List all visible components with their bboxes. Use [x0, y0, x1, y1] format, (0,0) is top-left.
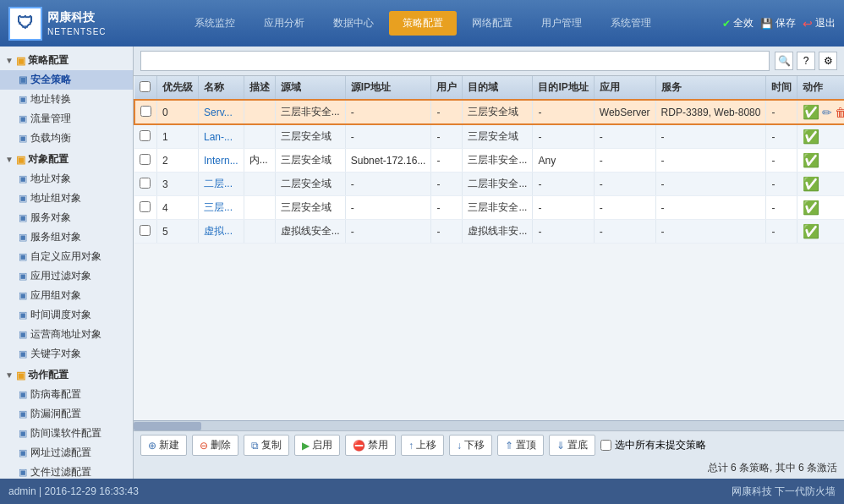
sidebar-item-label: 应用组对象 [30, 288, 81, 303]
item-icon: ▣ [19, 94, 27, 105]
bottom-toolbar: ⊕ 新建 ⊖ 删除 ⧉ 复制 ▶ 启用 ⛔ 禁用 ↑ 上移 [134, 430, 844, 479]
cell-service: - [655, 196, 766, 220]
sidebar-item-label: 时间调度对象 [30, 308, 91, 322]
row-checkbox[interactable] [140, 225, 151, 236]
sidebar-item-vuln[interactable]: ▣ 防漏洞配置 [0, 404, 133, 424]
nav-item-appanalysis[interactable]: 应用分析 [250, 11, 318, 36]
copy-button[interactable]: ⧉ 复制 [244, 435, 289, 456]
move-down-button[interactable]: ↓ 下移 [449, 435, 492, 456]
sidebar-item-file-filter[interactable]: ▣ 文件过滤配置 [0, 463, 133, 479]
delete-button[interactable]: ⊖ 删除 [192, 435, 238, 456]
sidebar-item-traffic[interactable]: ▣ 流量管理 [0, 109, 133, 129]
cell-name: Intern... [199, 149, 244, 173]
tree-group-objects: ▼ ▣ 对象配置 ▣ 地址对象 ▣ 地址组对象 ▣ 服务对象 ▣ 服务组对象 ▣ [0, 150, 133, 364]
col-service: 服务 [655, 76, 766, 100]
select-label: 选中所有未提交策略 [615, 438, 706, 452]
cell-name: 三层... [199, 196, 244, 220]
cell-desc [244, 196, 275, 220]
action-icons: ✅ [803, 129, 844, 145]
sidebar-item-security-policy[interactable]: ▣ 安全策略 [0, 70, 133, 90]
bottom-button[interactable]: ⇓ 置底 [549, 435, 595, 456]
sidebar-item-label: 关键字对象 [30, 347, 81, 361]
enable-label: 启用 [312, 438, 332, 452]
move-up-button[interactable]: ↑ 上移 [401, 435, 444, 456]
search-input[interactable] [140, 51, 770, 71]
top-button[interactable]: ⇑ 置顶 [497, 435, 544, 456]
nav-item-policy[interactable]: 策略配置 [389, 11, 457, 36]
sidebar-item-lb[interactable]: ▣ 负载均衡 [0, 129, 133, 148]
search-button[interactable]: 🔍 [775, 52, 793, 70]
tree-group-actions-header[interactable]: ▼ ▣ 动作配置 [0, 365, 133, 385]
select-unpublished[interactable]: 选中所有未提交策略 [600, 438, 706, 452]
cell-app: - [594, 149, 655, 173]
expand-arrow-icon: ▼ [5, 370, 14, 380]
sidebar-item-svc-obj[interactable]: ▣ 服务对象 [0, 208, 133, 227]
row-checkbox[interactable] [140, 106, 151, 117]
sidebar-item-addr-grp[interactable]: ▣ 地址组对象 [0, 189, 133, 208]
select-all-checkbox[interactable] [140, 81, 151, 92]
folder-icon: ▣ [16, 370, 25, 381]
nav-item-sysadmin[interactable]: 系统管理 [597, 11, 665, 36]
settings-button[interactable]: ⚙ [819, 52, 837, 70]
horizontal-scrollbar[interactable] [134, 420, 844, 430]
item-icon: ▣ [19, 74, 27, 85]
new-button[interactable]: ⊕ 新建 [140, 435, 187, 456]
action-icons: ✅ [803, 200, 844, 216]
cell-service: - [655, 149, 766, 173]
disable-button[interactable]: ⛔ 禁用 [345, 435, 396, 456]
help-button[interactable]: ? [797, 52, 815, 70]
cell-srczone: 三层安全域 [275, 149, 345, 173]
cell-dstzone: 三层非安全... [463, 196, 533, 220]
apply-button[interactable]: ✔ 全效 [722, 16, 754, 30]
sidebar-item-app-filter[interactable]: ▣ 应用过滤对象 [0, 266, 133, 286]
enable-icon: ▶ [302, 440, 310, 452]
row-checkbox[interactable] [140, 178, 151, 189]
sidebar-item-nat[interactable]: ▣ 地址转换 [0, 90, 133, 109]
table-row: 5 虚拟... 虚拟线安全... - - 虚拟线非安... - - - - [134, 220, 844, 244]
sidebar-item-time-sched[interactable]: ▣ 时间调度对象 [0, 305, 133, 325]
cell-time: - [766, 220, 797, 244]
select-unpublished-checkbox[interactable] [600, 440, 611, 451]
sidebar-item-addr-obj[interactable]: ▣ 地址对象 [0, 169, 133, 189]
sidebar-item-app-grp[interactable]: ▣ 应用组对象 [0, 286, 133, 305]
nav-item-network[interactable]: 网络配置 [458, 11, 526, 36]
sidebar-item-label: 流量管理 [30, 112, 71, 126]
move-up-label: 上移 [416, 438, 436, 452]
logout-button[interactable]: ↩ 退出 [803, 16, 836, 30]
toolbar-icons: 🔍 ? ⚙ [775, 52, 837, 70]
col-desc: 描述 [244, 76, 275, 100]
delete-icon[interactable]: 🗑 [835, 106, 844, 119]
cell-user: - [431, 124, 463, 149]
sidebar-item-keyword[interactable]: ▣ 关键字对象 [0, 344, 133, 364]
sidebar-item-antivirus[interactable]: ▣ 防病毒配置 [0, 385, 133, 404]
cell-name: 二层... [199, 173, 244, 196]
status-bar: admin | 2016-12-29 16:33:43 网康科技 下一代防火墙 [0, 479, 844, 504]
sidebar-item-isp-addr[interactable]: ▣ 运营商地址对象 [0, 325, 133, 344]
expand-arrow-icon: ▼ [5, 155, 14, 164]
sidebar-item-url-filter[interactable]: ▣ 网址过滤配置 [0, 443, 133, 463]
enable-button[interactable]: ▶ 启用 [294, 435, 340, 456]
table-row: 0 Serv... 三层非安全... - - 三层安全域 - WebServer… [134, 100, 844, 124]
sidebar-item-antispyware[interactable]: ▣ 防间谍软件配置 [0, 424, 133, 443]
tree-group-policy-header[interactable]: ▼ ▣ 策略配置 [0, 51, 133, 70]
nav-item-datacenter[interactable]: 数据中心 [320, 11, 387, 36]
row-checkbox[interactable] [140, 154, 151, 165]
cell-action: ✅ [797, 196, 844, 220]
nav-item-users[interactable]: 用户管理 [528, 11, 595, 36]
row-checkbox[interactable] [140, 201, 151, 212]
status-bar-right: 网康科技 下一代防火墙 [732, 485, 836, 499]
save-button[interactable]: 💾 保存 [760, 16, 796, 30]
cell-user: - [431, 220, 463, 244]
edit-icon[interactable]: ✏ [822, 106, 832, 119]
sidebar-item-custom-app[interactable]: ▣ 自定义应用对象 [0, 247, 133, 266]
cell-dstip: Any [533, 149, 594, 173]
cell-priority: 5 [157, 220, 199, 244]
item-icon: ▣ [19, 133, 27, 144]
row-checkbox[interactable] [140, 130, 151, 141]
tree-group-objects-header[interactable]: ▼ ▣ 对象配置 [0, 150, 133, 169]
cell-user: - [431, 173, 463, 196]
new-label: 新建 [159, 438, 179, 452]
table-row: 4 三层... 三层安全域 - - 三层非安全... - - - - [134, 196, 844, 220]
nav-item-sysmon[interactable]: 系统监控 [181, 11, 249, 36]
sidebar-item-svc-grp[interactable]: ▣ 服务组对象 [0, 227, 133, 247]
